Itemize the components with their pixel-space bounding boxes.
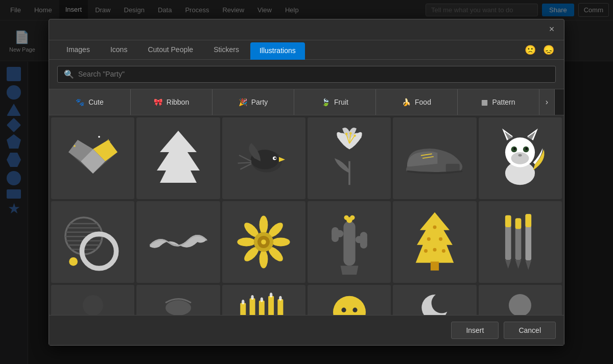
grid-cell-candles[interactable] xyxy=(222,285,305,315)
search-wrap: 🔍 xyxy=(57,66,556,83)
grid-cell-tree-gold[interactable] xyxy=(393,201,476,283)
illustrations-dialog: × Images Icons Cutout People Stickers Il… xyxy=(49,19,564,346)
svg-point-71 xyxy=(439,237,442,240)
thumbs-up-icon[interactable]: 🙁 xyxy=(523,43,537,57)
category-pattern[interactable]: ▦ Pattern xyxy=(458,89,539,115)
grid-cell-cactus[interactable] xyxy=(308,201,391,283)
tab-images[interactable]: Images xyxy=(57,40,99,60)
insert-button[interactable]: Insert xyxy=(451,322,499,339)
pattern-label: Pattern xyxy=(492,98,515,106)
grid-row-1 xyxy=(51,117,562,199)
svg-point-66 xyxy=(350,215,355,220)
category-fruit[interactable]: 🍃 Fruit xyxy=(294,89,376,115)
category-cute[interactable]: 🐾 Cute xyxy=(49,89,131,115)
svg-point-47 xyxy=(69,257,78,266)
svg-rect-88 xyxy=(259,300,265,314)
svg-point-36 xyxy=(518,154,522,156)
svg-point-85 xyxy=(166,300,191,315)
svg-point-19 xyxy=(349,132,352,134)
svg-point-95 xyxy=(279,296,281,300)
fruit-icon: 🍃 xyxy=(321,98,330,106)
grid-cell-sunflower[interactable] xyxy=(222,201,305,283)
category-nav-next[interactable]: › xyxy=(539,89,555,115)
svg-marker-9 xyxy=(157,131,200,183)
food-label: Food xyxy=(415,98,431,106)
grid-cell-p1[interactable] xyxy=(51,285,134,315)
svg-rect-87 xyxy=(250,298,255,315)
grid-cell-shoe[interactable] xyxy=(393,117,476,199)
svg-point-65 xyxy=(344,215,348,220)
svg-point-97 xyxy=(341,307,346,312)
svg-rect-22 xyxy=(446,163,460,172)
svg-point-69 xyxy=(433,225,436,229)
food-icon: 🍌 xyxy=(402,98,411,106)
svg-point-96 xyxy=(333,296,366,314)
grid-cell-brushes[interactable] xyxy=(479,201,562,283)
svg-marker-12 xyxy=(279,157,285,162)
grid-cell-circles[interactable] xyxy=(51,201,134,283)
svg-point-58 xyxy=(262,239,267,245)
svg-point-34 xyxy=(514,148,516,150)
grid-cell-brush[interactable] xyxy=(136,201,220,283)
svg-point-6 xyxy=(98,136,100,138)
svg-point-72 xyxy=(424,249,428,252)
grid-cell-face[interactable] xyxy=(308,285,391,315)
category-ribbon[interactable]: 🎀 Ribbon xyxy=(131,89,213,115)
grid-cell-bird[interactable] xyxy=(222,117,305,199)
svg-rect-89 xyxy=(268,296,274,314)
search-icon: 🔍 xyxy=(64,69,74,79)
svg-point-73 xyxy=(433,248,436,251)
dialog-footer: Insert Cancel xyxy=(49,315,564,345)
svg-rect-90 xyxy=(278,299,284,315)
dialog-header: × xyxy=(49,19,564,40)
svg-point-92 xyxy=(251,295,254,299)
grid-cell-lily[interactable] xyxy=(308,117,391,199)
svg-marker-83 xyxy=(526,260,532,270)
svg-marker-77 xyxy=(505,259,511,268)
dialog-search-area: 🔍 xyxy=(49,60,564,89)
category-strip: 🐾 Cute 🎀 Ribbon 🎉 Party 🍃 Fruit 🍌 Food ▦ xyxy=(49,89,564,115)
cancel-button[interactable]: Cancel xyxy=(504,322,556,339)
svg-rect-63 xyxy=(360,232,367,249)
search-input[interactable] xyxy=(78,70,549,78)
svg-rect-59 xyxy=(343,221,355,265)
tab-icons[interactable]: Icons xyxy=(101,40,136,60)
party-label: Party xyxy=(251,98,268,106)
svg-point-70 xyxy=(427,237,431,240)
tab-illustrations[interactable]: Illustrations xyxy=(250,42,305,60)
svg-point-100 xyxy=(432,293,452,313)
svg-point-84 xyxy=(83,295,103,315)
grid-cell-moon[interactable] xyxy=(393,285,476,315)
grid-cell-fox[interactable] xyxy=(479,117,562,199)
svg-rect-82 xyxy=(526,214,532,227)
grid-cell-confetti[interactable] xyxy=(51,117,134,199)
fruit-label: Fruit xyxy=(334,98,348,106)
dialog-overlay: × Images Icons Cutout People Stickers Il… xyxy=(0,0,613,364)
svg-point-50 xyxy=(272,237,290,246)
tab-stickers[interactable]: Stickers xyxy=(204,40,248,60)
svg-point-52 xyxy=(260,250,268,268)
svg-marker-80 xyxy=(515,259,522,268)
svg-point-94 xyxy=(270,293,272,297)
dialog-close-button[interactable]: × xyxy=(546,23,558,36)
grid-cell-p2[interactable] xyxy=(136,285,220,315)
cute-label: Cute xyxy=(88,98,104,106)
tab-cutout-people[interactable]: Cutout People xyxy=(138,40,202,60)
svg-point-14 xyxy=(274,157,276,159)
svg-point-48 xyxy=(260,215,268,234)
grid-cell-tree-white[interactable] xyxy=(136,117,220,199)
category-party[interactable]: 🎉 Party xyxy=(213,89,294,115)
svg-marker-67 xyxy=(416,212,454,262)
svg-point-17 xyxy=(345,132,348,135)
svg-rect-86 xyxy=(241,303,246,315)
svg-point-54 xyxy=(238,237,256,246)
grid-row-3-partial xyxy=(51,285,562,315)
svg-rect-61 xyxy=(332,227,339,241)
svg-point-74 xyxy=(442,249,445,252)
thumbs-down-icon[interactable]: 😞 xyxy=(541,43,556,57)
svg-point-98 xyxy=(352,307,357,312)
svg-point-35 xyxy=(526,148,528,150)
cute-icon: 🐾 xyxy=(76,98,84,106)
category-food[interactable]: 🍌 Food xyxy=(376,89,458,115)
grid-cell-p6[interactable] xyxy=(479,285,562,315)
